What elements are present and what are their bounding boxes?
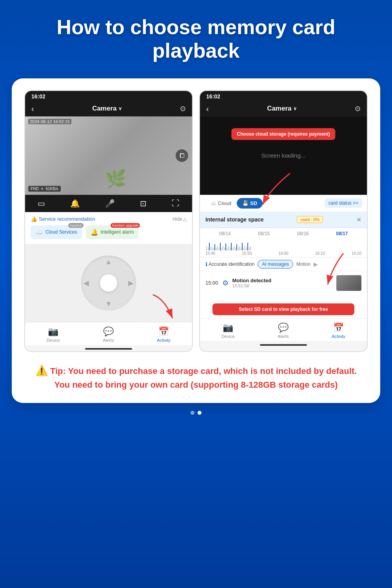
speaker-icon[interactable]: 🔔 [70,199,80,208]
right-nav-alerts[interactable]: 💬 Alerts [278,323,289,339]
service-rec-title: 👍 Service recommendation [31,216,95,222]
left-time: 16:02 [31,93,45,100]
left-nav-activity[interactable]: 📅 Activity [157,327,171,343]
right-alerts-icon: 💬 [278,323,289,333]
alerts-icon: 💬 [103,327,114,337]
cloud-tab-icon: ☁️ [210,200,216,206]
date-0814[interactable]: 08/14 [205,231,245,236]
chevron-down-icon: ∨ [118,106,122,111]
date-0817[interactable]: 08/17 [323,231,362,236]
ptz-up-btn[interactable]: ▲ [105,258,112,266]
used-badge: used : 0% [297,216,323,223]
event-time: 15:00 [205,280,218,286]
card-status-btn[interactable]: card status >> [325,198,362,208]
ptz-down-btn[interactable]: ▼ [105,300,112,308]
tip-section: ⚠️ Tip: You need to purchase a storage c… [21,363,371,391]
page-title: How to choose memory card playback [12,16,380,63]
date-0816[interactable]: 08/16 [283,231,323,236]
red-arrow-left [149,291,180,322]
left-nav-alerts[interactable]: 💬 Alerts [103,327,114,343]
right-nav-device[interactable]: 📷 Device [221,323,235,339]
time-1610: 16:10 [315,251,325,256]
event-dot-icon: ⚙ [222,279,229,287]
time-1600: 16:00 [278,251,288,256]
left-settings-icon[interactable]: ⊙ [180,104,186,113]
left-home-bar [85,348,132,350]
intelligent-alarm-btn[interactable]: 🔔 Intelligent alarm function upgrade [86,225,139,239]
left-nav-title: Camera ∨ [92,105,122,113]
sd-annotation-area: Select SD card to view playback for free [200,295,367,318]
cloud-tab[interactable]: ☁️ Cloud [205,198,237,209]
right-bottom-nav: 📷 Device 💬 Alerts 📅 Activity [200,318,367,341]
right-phone: 16:02 ‹ Camera ∨ ⊙ Screen loading... Cho… [199,90,368,352]
filter-messages-chip[interactable]: Al messages [258,260,293,269]
dot-2[interactable] [198,411,201,415]
left-camera-feed: 2024-08-12 16:02:15 🌿 ⧠ FHD ▼ 61KB/s [25,116,192,195]
hide-btn[interactable]: Hide △ [172,216,187,222]
sd-tab[interactable]: 💾 SD [237,198,263,209]
right-status-bar: 16:02 [200,91,367,101]
alarm-icon: 🔔 [91,229,98,236]
close-icon[interactable]: ✕ [356,216,361,223]
ptz-right-btn[interactable]: ▶ [128,279,134,287]
left-nav-device[interactable]: 📷 Device [47,327,60,343]
storage-tabs: ☁️ Cloud 💾 SD card status >> [200,195,367,212]
motion-label[interactable]: Motion [296,261,310,267]
screen-loading-text: Screen loading... [261,152,306,159]
chevron-up-icon: △ [183,216,187,222]
ptz-left-btn[interactable]: ◀ [83,279,89,287]
right-nav-alerts-label: Alerts [278,334,289,339]
left-phone: 16:02 ‹ Camera ∨ ⊙ 2024-08-12 16:02:15 🌿… [24,90,193,352]
accurate-row: ℹ Accurate identification Al messages Mo… [200,257,367,271]
right-time: 16:02 [206,93,220,100]
tip-text: ⚠️ Tip: You need to purchase a storage c… [29,363,363,391]
right-nav-activity[interactable]: 📅 Activity [332,323,345,339]
info-icon: ℹ [205,261,207,267]
timeline-times: 15:40 15:50 16:00 16:10 16:20 [200,250,367,257]
cloud-callout: Choose cloud storage (requires payment) [231,128,335,140]
inactive-badge: Inactive [68,223,83,228]
event-sub: 15:51:58 [232,283,332,288]
sd-tab-icon: 💾 [242,200,249,206]
event-title: Motion detected [232,278,332,283]
left-nav-bar: ‹ Camera ∨ ⊙ [25,101,192,116]
cloud-icon: ☁️ [35,229,43,236]
ptz-center [100,274,117,292]
date-0815[interactable]: 08/15 [245,231,284,236]
cloud-services-btn[interactable]: ☁️ Cloud Services Inactive [31,225,82,239]
right-device-icon: 📷 [223,323,233,333]
event-thumbnail[interactable] [336,275,361,291]
left-home-indicator [25,345,192,351]
activity-icon: 📅 [158,327,169,337]
right-camera-feed: Screen loading... Choose cloud storage (… [200,116,367,195]
filter-icon[interactable]: ⧠ [176,149,188,162]
storage-title: Internal storage space [205,216,264,223]
device-icon: 📷 [48,327,58,337]
timeline-bar: // Generate ticks dynamically [200,236,367,250]
fullscreen-icon[interactable]: ⛶ [172,199,180,208]
tree-decoration: 🌿 [105,169,127,189]
time-1620: 16:20 [352,251,361,256]
crop-icon[interactable]: ⊡ [140,199,147,208]
warning-icon: ⚠️ [35,365,48,376]
right-home-bar [260,344,307,346]
mic-icon[interactable]: 🎤 [105,199,115,208]
record-icon[interactable]: ▭ [38,199,45,208]
left-nav-activity-label: Activity [157,338,171,343]
dot-1[interactable] [191,411,194,415]
left-status-bar: 16:02 [25,91,192,101]
pagination-dots [191,411,201,415]
right-nav-activity-label: Activity [332,334,345,339]
right-back-icon[interactable]: ‹ [206,104,209,113]
storage-info-bar: Internal storage space used : 0% ✕ [200,212,367,228]
right-settings-icon[interactable]: ⊙ [355,104,361,113]
left-back-icon[interactable]: ‹ [31,104,34,113]
service-rec-bar: 👍 Service recommendation Hide △ [25,212,192,225]
left-bottom-nav: 📷 Device 💬 Alerts 📅 Activity [25,322,192,345]
left-nav-device-label: Device [47,338,60,343]
service-buttons: ☁️ Cloud Services Inactive 🔔 Intelligent… [25,225,192,244]
more-icon[interactable]: ▶ [314,261,318,267]
left-controls-bar: ▭ 🔔 🎤 ⊡ ⛶ [25,195,192,212]
right-nav-bar: ‹ Camera ∨ ⊙ [200,101,367,116]
left-nav-alerts-label: Alerts [103,338,114,343]
